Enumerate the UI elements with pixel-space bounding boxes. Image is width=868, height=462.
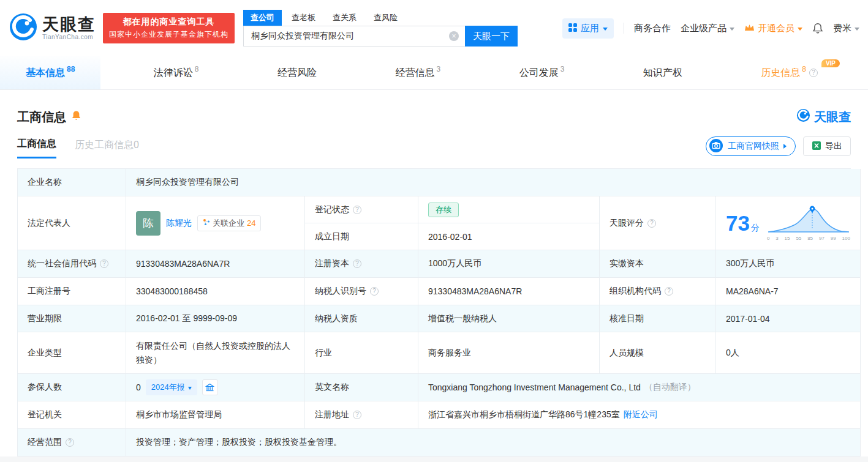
label-text: 组织机构代码 — [609, 286, 661, 297]
tab-operation-info[interactable]: 经营信息 3 — [370, 56, 467, 89]
help-icon[interactable]: ? — [647, 219, 656, 228]
subtab-business-info[interactable]: 工商信息 — [17, 138, 56, 158]
tab-legal[interactable]: 法律诉讼 8 — [128, 56, 225, 89]
help-icon[interactable]: ? — [353, 206, 361, 214]
subtab-actions: 工商官网快照 导出 — [706, 136, 851, 160]
label-text: 工商注册号 — [28, 286, 70, 297]
tab-count: 88 — [67, 65, 75, 73]
help-icon[interactable]: ? — [353, 259, 361, 268]
spacer — [342, 56, 369, 89]
paid-capital-value: 300万人民币 — [716, 250, 861, 278]
tab-company-development[interactable]: 公司发展 3 — [494, 56, 591, 89]
user-menu[interactable]: 费米 — [833, 23, 859, 34]
value-text: Tongxiang Tongzhong Investment Managemen… — [428, 382, 641, 392]
axis-tick: 100 — [842, 236, 850, 241]
label-text: 统一社会信用代码 — [28, 258, 96, 269]
report-label: 2024年报 — [151, 382, 185, 393]
subtab-history-business-info[interactable]: 历史工商信息0 — [75, 139, 139, 158]
axis-tick: 0 — [767, 236, 769, 241]
vip-label: 开通会员 — [758, 23, 794, 34]
apps-button[interactable]: 应用 — [562, 18, 614, 39]
insured-count-value: 0 2024年报 — [126, 374, 305, 401]
value-text: 浙江省嘉兴市桐乡市梧桐街道广华路86号1幢235室 — [428, 409, 620, 420]
main-content: 工商信息 天眼查 工商信息 历史工商信息0 工商官网快照 — [0, 108, 868, 456]
avatar[interactable]: 陈 — [136, 211, 160, 236]
value-text: 增值税一般纳税人 — [428, 313, 497, 324]
clear-icon[interactable]: × — [449, 31, 459, 41]
taxpayer-id-label: 纳税人识别号 ? — [305, 278, 418, 305]
value-text: 2017-01-04 — [726, 314, 770, 324]
value-text: 有限责任公司（自然人投资或控股的法人独资） — [136, 339, 295, 367]
label-text: 登记机关 — [28, 409, 62, 420]
paid-capital-label: 实缴资本 — [600, 250, 716, 278]
promo-banner: 都在用的商业查询工具 国家中小企业发展子基金旗下机构 — [103, 13, 235, 43]
search-area: 查公司 查老板 查关系 查风险 × 天眼一下 — [243, 10, 518, 47]
related-companies-badge[interactable]: 关联企业 24 — [197, 215, 261, 231]
search-tab-company[interactable]: 查公司 — [243, 10, 282, 26]
help-icon[interactable]: ? — [353, 411, 361, 419]
value-text: 桐乡市市场监督管理局 — [136, 409, 222, 420]
banner-line2: 国家中小企业发展子基金旗下机构 — [109, 29, 228, 40]
brand-name: 天眼查 — [814, 109, 851, 125]
grid-icon — [568, 23, 577, 34]
value-text: 330483000188458 — [136, 286, 208, 296]
menu-cooperation[interactable]: 商务合作 — [634, 23, 671, 34]
search-tab-relation[interactable]: 查关系 — [325, 10, 364, 26]
export-button[interactable]: 导出 — [803, 136, 851, 156]
tab-basic-info[interactable]: 基本信息 88 — [0, 56, 100, 89]
axis-tick: 85 — [807, 236, 813, 241]
legal-rep-label: 法定代表人 — [18, 196, 126, 250]
search-input[interactable] — [243, 26, 465, 47]
insured-count-label: 参保人数 — [18, 374, 126, 401]
tab-history-info[interactable]: VIP 历史信息 8 ? — [735, 56, 843, 89]
vip-badge: VIP — [821, 59, 840, 67]
menu-vip[interactable]: 开通会员 — [744, 23, 802, 34]
official-snapshot-button[interactable]: 工商官网快照 — [706, 136, 796, 156]
page: 天眼查 TianYanCha.com 都在用的商业查询工具 国家中小企业发展子基… — [0, 0, 868, 456]
help-icon[interactable]: ? — [370, 287, 379, 296]
tab-intellectual-property[interactable]: 知识产权 — [617, 56, 708, 89]
axis-tick: 99 — [831, 236, 836, 241]
annual-report-badge[interactable]: 2024年报 — [146, 379, 197, 395]
divider — [624, 23, 624, 34]
header-menu: 应用 商务合作 企业级产品 开通会员 费米 — [562, 18, 859, 39]
company-type-value: 有限责任公司（自然人投资或控股的法人独资） — [126, 332, 305, 374]
search-tabs: 查公司 查老板 查关系 查风险 — [243, 10, 518, 26]
business-scope-label: 经营范围 ? — [18, 429, 126, 456]
search-tab-risk[interactable]: 查风险 — [366, 10, 405, 26]
reg-authority-value: 桐乡市市场监督管理局 — [126, 401, 305, 429]
help-icon[interactable]: ? — [100, 259, 108, 268]
legal-rep-link[interactable]: 陈耀光 — [166, 218, 192, 229]
menu-enterprise[interactable]: 企业级产品 — [681, 23, 734, 34]
tab-operation-risk[interactable]: 经营风险 — [252, 56, 342, 89]
section-title-row: 工商信息 — [17, 109, 81, 125]
subscribe-bell-icon[interactable] — [71, 110, 81, 124]
nearby-companies-link[interactable]: 附近公司 — [624, 409, 658, 420]
spacer — [708, 56, 735, 89]
label-text: 人员规模 — [609, 348, 644, 359]
header: 天眼查 TianYanCha.com 都在用的商业查询工具 国家中小企业发展子基… — [0, 0, 868, 56]
label-text: 纳税人资质 — [315, 313, 358, 324]
notification-bell[interactable] — [812, 23, 823, 34]
related-count: 24 — [247, 218, 255, 228]
score-curve-chart: 0 3 15 55 85 97 99 100 — [767, 205, 850, 241]
reg-capital-value: 1000万人民币 — [418, 250, 600, 278]
tab-label: 经营信息 — [396, 67, 435, 80]
value-text: 300万人民币 — [726, 258, 774, 269]
business-scope-value: 投资管理；资产管理；股权投资；股权投资基金管理。 — [126, 429, 861, 456]
score-label: 天眼评分 ? — [600, 196, 716, 250]
search-tab-boss[interactable]: 查老板 — [284, 10, 323, 26]
search-button[interactable]: 天眼一下 — [465, 26, 518, 47]
company-name-label: 企业名称 — [18, 169, 126, 196]
reg-address-label: 注册地址 ? — [305, 401, 418, 429]
help-icon[interactable]: ? — [809, 69, 818, 77]
company-type-label: 企业类型 — [18, 332, 126, 374]
tianyancha-logo[interactable]: 天眼查 TianYanCha.com — [9, 12, 96, 44]
tab-label: 公司发展 — [519, 67, 559, 80]
value-text: 投资管理；资产管理；股权投资；股权投资基金管理。 — [136, 437, 342, 448]
help-icon[interactable]: ? — [66, 438, 74, 447]
excel-icon — [812, 141, 821, 152]
social-security-icon[interactable] — [202, 379, 218, 395]
help-icon[interactable]: ? — [665, 287, 673, 296]
tab-label: 经营风险 — [277, 67, 317, 80]
